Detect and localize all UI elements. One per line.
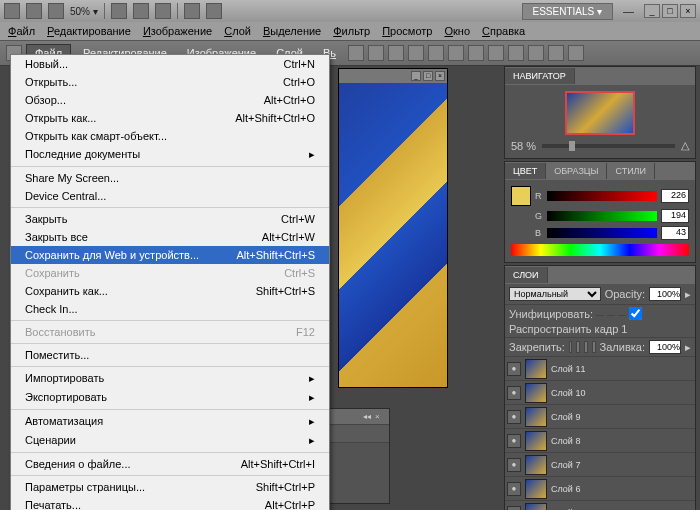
layout-icon[interactable]: [48, 3, 64, 19]
layer-thumb[interactable]: [525, 431, 547, 451]
zoom-icon[interactable]: [133, 3, 149, 19]
layer-row[interactable]: ●Слой 5: [505, 501, 695, 510]
menuitem--[interactable]: Последние документы▸: [11, 145, 329, 164]
align-icon-9[interactable]: [528, 45, 544, 61]
align-icon-0[interactable]: [348, 45, 364, 61]
layer-thumb[interactable]: [525, 455, 547, 475]
align-icon-6[interactable]: [468, 45, 484, 61]
layer-row[interactable]: ●Слой 10: [505, 381, 695, 405]
align-icon-11[interactable]: [568, 45, 584, 61]
visibility-icon[interactable]: ●: [507, 410, 521, 424]
layer-thumb[interactable]: [525, 359, 547, 379]
fill-input[interactable]: [649, 340, 681, 354]
align-icon-5[interactable]: [448, 45, 464, 61]
menuitem--[interactable]: Обзор...Alt+Ctrl+O: [11, 91, 329, 109]
layer-row[interactable]: ●Слой 8: [505, 429, 695, 453]
menuitem--[interactable]: Новый...Ctrl+N: [11, 55, 329, 73]
unify-pos-icon[interactable]: [596, 311, 604, 316]
lock-pos-icon[interactable]: [584, 341, 588, 353]
foreground-swatch[interactable]: [511, 186, 531, 206]
layer-thumb[interactable]: [525, 503, 547, 511]
zoom-dropdown[interactable]: 50% ▾: [70, 6, 98, 17]
align-icon-2[interactable]: [388, 45, 404, 61]
visibility-icon[interactable]: ●: [507, 506, 521, 511]
value-r[interactable]: 226: [661, 189, 689, 203]
min-button[interactable]: _: [644, 4, 660, 18]
nav-zoom-slider[interactable]: [542, 144, 675, 148]
menuitem--[interactable]: Сохранить как...Shift+Ctrl+S: [11, 282, 329, 300]
lock-all-icon[interactable]: [592, 341, 596, 353]
menuitem--[interactable]: Закрыть всеAlt+Ctrl+W: [11, 228, 329, 246]
slider-r[interactable]: [547, 191, 657, 201]
layer-row[interactable]: ●Слой 9: [505, 405, 695, 429]
menuitem--[interactable]: Импортировать▸: [11, 369, 329, 388]
menuitem--[interactable]: Автоматизация▸: [11, 412, 329, 431]
menu-редактирование[interactable]: Редактирование: [41, 23, 137, 39]
menu-окно[interactable]: Окно: [438, 23, 476, 39]
layer-name[interactable]: Слой 7: [551, 460, 580, 470]
propagate-checkbox[interactable]: [629, 307, 642, 320]
layer-name[interactable]: Слой 6: [551, 484, 580, 494]
slider-g[interactable]: [547, 211, 657, 221]
tab-layers[interactable]: СЛОИ: [505, 267, 548, 283]
menuitem--web-[interactable]: Сохранить для Web и устройств...Alt+Shif…: [11, 246, 329, 264]
max-button[interactable]: □: [662, 4, 678, 18]
align-icon-7[interactable]: [488, 45, 504, 61]
unify-vis-icon[interactable]: [607, 311, 615, 316]
layer-name[interactable]: Слой 11: [551, 364, 585, 374]
layer-name[interactable]: Слой 10: [551, 388, 585, 398]
visibility-icon[interactable]: ●: [507, 458, 521, 472]
panel-collapse-icon[interactable]: ◂◂: [363, 412, 373, 422]
menuitem--[interactable]: Сценарии▸: [11, 431, 329, 450]
layer-name[interactable]: Слой 9: [551, 412, 580, 422]
visibility-icon[interactable]: ●: [507, 482, 521, 496]
layer-row[interactable]: ●Слой 7: [505, 453, 695, 477]
navigator-preview[interactable]: [565, 91, 635, 135]
arrange-icon[interactable]: [184, 3, 200, 19]
layer-row[interactable]: ●Слой 11: [505, 357, 695, 381]
blend-mode-select[interactable]: Нормальный: [509, 287, 601, 301]
menuitem--[interactable]: Экспортировать▸: [11, 388, 329, 407]
hand-icon[interactable]: [111, 3, 127, 19]
align-icon-4[interactable]: [428, 45, 444, 61]
align-icon-1[interactable]: [368, 45, 384, 61]
align-icon-10[interactable]: [548, 45, 564, 61]
menu-фильтр[interactable]: Фильтр: [327, 23, 376, 39]
menuitem--[interactable]: Открыть как смарт-объект...: [11, 127, 329, 145]
menuitem--[interactable]: Открыть как...Alt+Shift+Ctrl+O: [11, 109, 329, 127]
menu-файл[interactable]: Файл: [2, 23, 41, 39]
visibility-icon[interactable]: ●: [507, 362, 521, 376]
slider-b[interactable]: [547, 228, 657, 238]
menuitem-device-central-[interactable]: Device Central...: [11, 187, 329, 205]
unify-style-icon[interactable]: [618, 311, 626, 316]
tab-navigator[interactable]: НАВИГАТОР: [505, 68, 575, 84]
menuitem-check-in-[interactable]: Check In...: [11, 300, 329, 318]
layer-thumb[interactable]: [525, 479, 547, 499]
menu-выделение[interactable]: Выделение: [257, 23, 327, 39]
screen-mode-icon[interactable]: [206, 3, 222, 19]
menu-слой[interactable]: Слой: [218, 23, 257, 39]
menuitem-share-my-screen-[interactable]: Share My Screen...: [11, 169, 329, 187]
fill-flyout-icon[interactable]: ▸: [685, 341, 691, 354]
menuitem--[interactable]: Параметры страницы...Shift+Ctrl+P: [11, 478, 329, 496]
opacity-flyout-icon[interactable]: ▸: [685, 288, 691, 301]
close-button[interactable]: ×: [680, 4, 696, 18]
align-icon-8[interactable]: [508, 45, 524, 61]
workspace-switcher[interactable]: ESSENTIALS ▾: [522, 3, 613, 20]
layer-thumb[interactable]: [525, 407, 547, 427]
align-icon-3[interactable]: [408, 45, 424, 61]
menuitem--[interactable]: ЗакрытьCtrl+W: [11, 210, 329, 228]
opacity-input[interactable]: [649, 287, 681, 301]
menu-справка[interactable]: Справка: [476, 23, 531, 39]
layer-name[interactable]: Слой 8: [551, 436, 580, 446]
minimize-icon[interactable]: —: [619, 5, 638, 17]
visibility-icon[interactable]: ●: [507, 386, 521, 400]
menu-изображение[interactable]: Изображение: [137, 23, 218, 39]
value-b[interactable]: 43: [661, 226, 689, 240]
tab-стили[interactable]: СТИЛИ: [607, 163, 655, 179]
tab-образцы[interactable]: ОБРАЗЦЫ: [546, 163, 607, 179]
layer-thumb[interactable]: [525, 383, 547, 403]
panel-close-icon[interactable]: ×: [375, 412, 385, 422]
visibility-icon[interactable]: ●: [507, 434, 521, 448]
canvas-image[interactable]: [339, 83, 447, 387]
